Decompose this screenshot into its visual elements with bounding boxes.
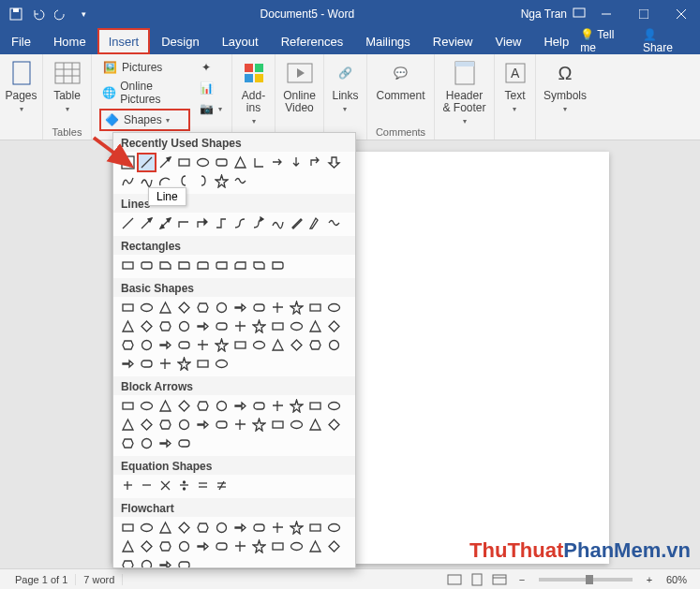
table-button[interactable]: Table▾	[51, 58, 83, 114]
shape-arrow-17[interactable]	[213, 416, 231, 434]
shape-basic-33[interactable]	[288, 336, 305, 354]
shape-line-10[interactable]	[288, 214, 305, 232]
shape-line-7[interactable]	[231, 214, 249, 232]
shape-flow-2[interactable]	[156, 519, 174, 537]
shape-arrow-down[interactable]	[288, 154, 305, 171]
shape-basic-34[interactable]	[306, 336, 324, 354]
pictures-button[interactable]: 🖼️Pictures	[99, 58, 190, 77]
shapes-button[interactable]: 🔷Shapes ▾	[99, 109, 190, 131]
shape-flow-18[interactable]	[231, 537, 249, 555]
shape-line-6[interactable]	[213, 214, 231, 232]
shape-r3[interactable]	[156, 257, 174, 274]
shape-basic-5[interactable]	[213, 299, 231, 317]
shape-flow-3[interactable]	[175, 519, 193, 537]
shape-l[interactable]	[250, 154, 268, 171]
zoom-out[interactable]: −	[511, 571, 533, 588]
shape-basic-14[interactable]	[156, 317, 174, 335]
zoom-level[interactable]: 60%	[661, 574, 693, 585]
tab-view[interactable]: View	[484, 28, 532, 54]
shape-flow-20[interactable]	[269, 537, 287, 555]
shape-basic-22[interactable]	[306, 317, 324, 335]
shape-arrow-1[interactable]	[138, 397, 156, 415]
shape-oval[interactable]	[194, 154, 212, 171]
shape-arrow-26[interactable]	[156, 434, 174, 452]
shape-basic-39[interactable]	[175, 355, 193, 373]
shape-basic-20[interactable]	[269, 317, 287, 335]
shape-flow-12[interactable]	[119, 537, 137, 555]
shape-textbox[interactable]: A	[119, 154, 137, 171]
screenshot-button[interactable]: 📷▾	[196, 99, 224, 118]
shape-basic-21[interactable]	[288, 317, 305, 335]
shape-star5[interactable]	[213, 172, 231, 190]
shape-arrow-6[interactable]	[231, 397, 249, 415]
status-page[interactable]: Page 1 of 1	[7, 574, 76, 585]
tab-design[interactable]: Design	[150, 28, 210, 54]
tab-help[interactable]: Help	[532, 28, 580, 54]
minimize-button[interactable]	[588, 0, 625, 28]
view-web-layout[interactable]	[488, 571, 511, 588]
shape-flow-17[interactable]	[213, 537, 231, 555]
shape-eq-div[interactable]	[175, 477, 193, 494]
shape-basic-2[interactable]	[156, 299, 174, 317]
ribbon-display-options[interactable]	[573, 7, 586, 22]
shape-basic-40[interactable]	[194, 355, 212, 373]
shape-arrow-14[interactable]	[156, 416, 174, 434]
shape-basic-4[interactable]	[194, 299, 212, 317]
tab-layout[interactable]: Layout	[211, 28, 270, 54]
shape-basic-25[interactable]	[138, 336, 156, 354]
qat-customize[interactable]: ▾	[73, 4, 94, 24]
shape-rbrace[interactable]	[194, 172, 212, 190]
shape-arrow-5[interactable]	[213, 397, 231, 415]
shape-flow-19[interactable]	[250, 537, 268, 555]
shape-eq-plus[interactable]	[119, 477, 137, 494]
shape-flow-4[interactable]	[194, 519, 212, 537]
shape-basic-6[interactable]	[231, 299, 249, 317]
shape-basic-3[interactable]	[175, 299, 193, 317]
shape-basic-28[interactable]	[194, 336, 212, 354]
shape-basic-24[interactable]	[119, 336, 137, 354]
symbols-button[interactable]: Ω Symbols▾	[544, 58, 587, 114]
tell-me[interactable]: 💡 Tell me	[580, 28, 632, 54]
shape-flow-14[interactable]	[156, 537, 174, 555]
shape-basic-35[interactable]	[325, 336, 343, 354]
shape-flow-9[interactable]	[288, 519, 305, 537]
shape-basic-23[interactable]	[325, 317, 343, 335]
shape-arrow-2[interactable]	[156, 397, 174, 415]
shape-r2[interactable]	[138, 257, 156, 274]
user-name[interactable]: Nga Tran	[521, 7, 567, 21]
shape-line-1[interactable]	[119, 214, 137, 232]
shape-basic-32[interactable]	[269, 336, 287, 354]
tab-review[interactable]: Review	[422, 28, 484, 54]
shape-arrow-23[interactable]	[325, 416, 343, 434]
shape-basic-31[interactable]	[250, 336, 268, 354]
tab-file[interactable]: File	[0, 28, 42, 54]
shape-flow-0[interactable]	[119, 519, 137, 537]
shape-arrow-7[interactable]	[250, 397, 268, 415]
shape-flow-8[interactable]	[269, 519, 287, 537]
shape-basic-36[interactable]	[119, 355, 137, 373]
shape-r9[interactable]	[269, 257, 287, 274]
shape-basic-10[interactable]	[306, 299, 324, 317]
chart-button[interactable]: 📊	[196, 79, 224, 97]
shape-r5[interactable]	[194, 257, 212, 274]
shape-flow-16[interactable]	[194, 537, 212, 555]
online-video-button[interactable]: Online Video	[283, 58, 316, 114]
shape-flow-13[interactable]	[138, 537, 156, 555]
shape-basic-12[interactable]	[119, 317, 137, 335]
shape-flow-26[interactable]	[156, 556, 174, 568]
shape-flow-15[interactable]	[175, 537, 193, 555]
shape-basic-26[interactable]	[156, 336, 174, 354]
pages-button[interactable]: Pages▾	[7, 58, 35, 114]
zoom-in[interactable]: +	[638, 571, 661, 588]
shape-r1[interactable]	[119, 257, 137, 274]
shape-arrow-24[interactable]	[119, 434, 137, 452]
shape-triangle[interactable]	[231, 154, 249, 171]
shape-line-arrow[interactable]	[156, 154, 174, 171]
shape-r6[interactable]	[213, 257, 231, 274]
shape-arrow-22[interactable]	[306, 416, 324, 434]
shape-r8[interactable]	[250, 257, 268, 274]
shape-arrow-10[interactable]	[306, 397, 324, 415]
addins-button[interactable]: Add-ins▾	[240, 58, 267, 127]
shape-r7[interactable]	[231, 257, 249, 274]
shape-basic-18[interactable]	[231, 317, 249, 335]
